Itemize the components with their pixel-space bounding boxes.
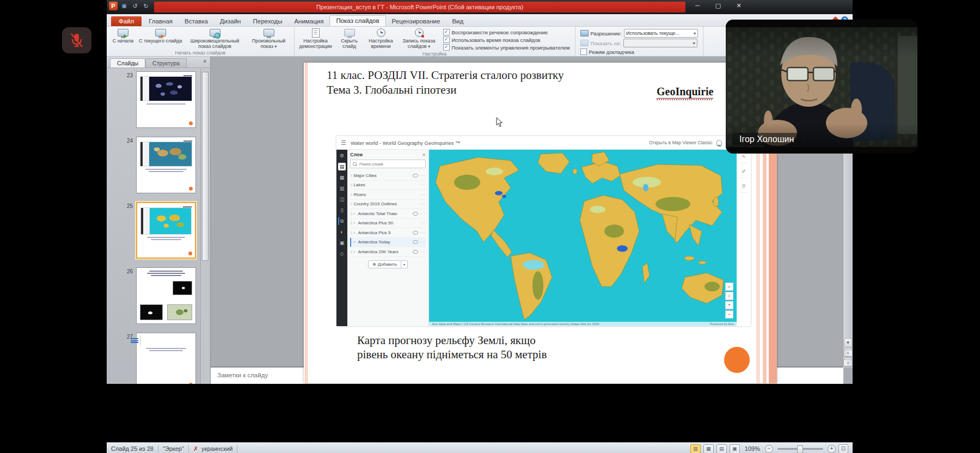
current-slide[interactable]: 11 клас. РОЗДІЛ VII. Стратегія сталого р…: [304, 63, 777, 383]
drag-handle-icon[interactable]: ⠿: [350, 174, 352, 177]
zoom-in-button[interactable]: +: [725, 301, 733, 309]
layer-row-antarctica-20k-years[interactable]: ⠿ › Antarctica 20K Years ···: [350, 247, 426, 257]
visibility-icon[interactable]: [413, 212, 418, 216]
redo-icon[interactable]: ↻: [142, 2, 150, 10]
options-icon[interactable]: ···: [420, 240, 426, 244]
checkbox-show-media-controls[interactable]: ✓ Показать элементы управления проигрыва…: [443, 44, 570, 51]
language-indicator[interactable]: украинский: [201, 445, 232, 452]
previous-slide-button[interactable]: «: [844, 348, 852, 357]
broadcast-slideshow-button[interactable]: Широковещательный показ слайдов: [185, 27, 246, 50]
chevron-right-icon[interactable]: ›: [353, 240, 356, 244]
options-icon[interactable]: ···: [420, 173, 426, 178]
tab-outline[interactable]: Структура: [145, 58, 187, 68]
zoom-level[interactable]: 109%: [745, 445, 760, 452]
thumbnail-scrollbar[interactable]: [200, 69, 210, 384]
tab-file[interactable]: Файл: [111, 16, 142, 26]
layer-row-antarctica-plus-50[interactable]: ⠿ › Antarctica Plus 50 ···: [350, 219, 426, 229]
options-icon[interactable]: ···: [420, 211, 426, 216]
resolution-dropdown[interactable]: Использовать текуще... ▾: [624, 29, 698, 38]
add-layer-button[interactable]: ⊕ Добавить: [368, 260, 401, 268]
visibility-icon[interactable]: [413, 231, 418, 235]
slide-thumbnail-25-selected[interactable]: 25: [107, 202, 210, 259]
zoom-slider-thumb[interactable]: [797, 445, 803, 453]
drag-handle-icon[interactable]: ⠿: [350, 231, 352, 235]
draw-icon[interactable]: ✐: [739, 169, 748, 178]
options-icon[interactable]: ···: [420, 221, 426, 225]
record-slideshow-button[interactable]: Запись показа слайдов ▾: [399, 27, 440, 50]
checkbox-use-timings[interactable]: ✓ Использовать время показа слайдов: [443, 36, 570, 43]
show-on-dropdown[interactable]: ▾: [623, 39, 697, 47]
layer-row-country-outlines[interactable]: ⠿ Country 2015 Outlines ···: [350, 200, 426, 210]
normal-view-button[interactable]: ▥: [690, 444, 701, 453]
tab-design[interactable]: Дизайн: [214, 16, 247, 26]
options-icon[interactable]: ···: [420, 249, 426, 254]
slide-thumbnail-24[interactable]: 24: [107, 137, 210, 193]
setup-show-button[interactable]: Настройка демонстрации: [297, 27, 334, 50]
tab-transitions[interactable]: Переходы: [247, 16, 288, 26]
from-beginning-button[interactable]: ▶ С начала: [109, 27, 137, 45]
rehearse-timings-button[interactable]: Настройка времени: [365, 27, 397, 50]
minimize-button[interactable]: ─: [690, 1, 705, 10]
spellcheck-icon[interactable]: ✗: [193, 445, 198, 452]
options-icon[interactable]: ···: [420, 182, 426, 187]
layer-row-antarctica-today[interactable]: ⠿ › Antarctica Today ···: [350, 238, 426, 248]
layer-row-antarctica-plus-5[interactable]: ⠿ › Antarctica Plus 5 ···: [350, 228, 426, 238]
add-layer-dropdown[interactable]: ▾: [401, 260, 408, 268]
close-button[interactable]: ✕: [732, 1, 746, 10]
world-map[interactable]: ⌕ ⌂ + − Esri Data and Maps | US Census B…: [429, 150, 736, 326]
options-icon[interactable]: ···: [420, 192, 426, 197]
slide-thumbnail-27[interactable]: 27: [107, 333, 210, 384]
layer-row-antarctic-total-thaw[interactable]: ⠿ › Antarctic Total Thaw ···: [350, 209, 426, 219]
open-in-classic-link[interactable]: Открыть в Map Viewer Classic: [649, 140, 713, 145]
scroll-down-icon[interactable]: ▼: [844, 338, 852, 347]
checkbox-presenter-view[interactable]: Режим докладчика: [580, 48, 699, 55]
tab-view[interactable]: Вид: [446, 16, 469, 26]
slide-sorter-view-button[interactable]: ▦: [703, 444, 714, 453]
search-tool-icon[interactable]: ◐: [338, 228, 346, 236]
options-icon[interactable]: ···: [420, 230, 426, 235]
hide-slide-button[interactable]: Скрыть слайд: [335, 27, 364, 50]
menu-icon[interactable]: ☰: [341, 139, 346, 146]
map-search-icon[interactable]: ⌕: [725, 283, 733, 291]
chevron-right-icon[interactable]: ›: [353, 230, 356, 235]
tab-review[interactable]: Рецензирование: [386, 16, 446, 26]
map-home-icon[interactable]: ⌂: [725, 292, 733, 300]
drag-handle-icon[interactable]: ⠿: [350, 240, 352, 244]
chevron-right-icon[interactable]: ›: [353, 211, 356, 216]
visibility-icon[interactable]: [413, 250, 418, 254]
save-icon[interactable]: ▣: [120, 2, 128, 10]
slideshow-view-button[interactable]: ▣: [730, 444, 740, 453]
from-current-slide-button[interactable]: ▶ С текущего слайда: [138, 27, 183, 45]
webcam-tile[interactable]: Ігор Холошин: [726, 20, 917, 154]
zoom-slider[interactable]: [777, 448, 823, 450]
reading-view-button[interactable]: ▤: [716, 444, 727, 453]
close-icon[interactable]: ✕: [203, 59, 207, 64]
fit-to-window-button[interactable]: ⊡: [838, 444, 848, 453]
bookmark-icon[interactable]: ▯: [338, 206, 346, 214]
drag-handle-icon[interactable]: ⠿: [350, 202, 352, 206]
options-icon[interactable]: ···: [420, 201, 426, 206]
chevron-right-icon[interactable]: ›: [353, 249, 356, 254]
next-slide-button[interactable]: «: [844, 358, 852, 367]
visibility-icon[interactable]: [413, 240, 418, 244]
layers-icon[interactable]: ▤: [338, 163, 346, 170]
slide-thumbnail-26[interactable]: 26: [107, 267, 210, 324]
layer-row-lakes[interactable]: ⠿ Lakes ···: [350, 181, 426, 191]
layer-row-major-cities[interactable]: ⠿ Major Cities ···: [350, 171, 426, 181]
slide-thumbnail-23[interactable]: 23: [107, 71, 210, 128]
maximize-button[interactable]: ▢: [711, 1, 725, 10]
tab-animations[interactable]: Анимация: [288, 16, 329, 26]
close-icon[interactable]: ✕: [422, 152, 426, 157]
tab-slides-thumbnails[interactable]: Слайды: [110, 58, 145, 68]
layer-search-box[interactable]: [350, 160, 426, 168]
search-input[interactable]: [358, 161, 423, 167]
powerpoint-logo-icon[interactable]: P: [109, 2, 118, 10]
drag-handle-icon[interactable]: ⠿: [350, 183, 352, 187]
undo-icon[interactable]: ↺: [131, 2, 139, 10]
gear-icon[interactable]: ⚙: [338, 152, 346, 160]
basemap-icon[interactable]: ▦: [338, 174, 346, 181]
tab-insert[interactable]: Вставка: [179, 16, 214, 26]
checkbox-play-narrations[interactable]: ✓ Воспроизвести речевое сопровождение: [443, 29, 570, 35]
drag-handle-icon[interactable]: ⠿: [350, 221, 352, 225]
chevron-right-icon[interactable]: ›: [353, 221, 356, 225]
